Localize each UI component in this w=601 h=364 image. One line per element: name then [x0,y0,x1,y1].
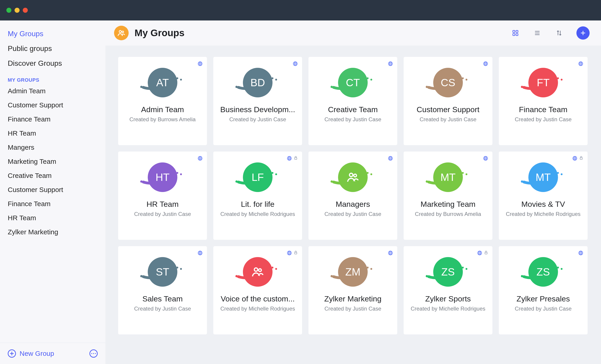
group-avatar: FT [528,68,558,97]
group-avatar: CT [338,68,368,97]
window-maximize-dot[interactable] [23,8,28,13]
group-card[interactable]: HTHR TeamCreated by Justin Case [118,151,207,240]
group-card[interactable]: CSCustomer SupportCreated by Justin Case [404,57,492,145]
avatar-initials: ST [156,266,169,278]
group-card-title: Voice of the custom... [220,294,295,303]
sidebar-group-item[interactable]: Customer Support [8,183,98,197]
svg-point-15 [180,79,182,80]
svg-point-58 [466,173,467,175]
group-avatar [243,257,272,287]
group-card-subtitle: Created by Justin Case [324,211,381,217]
sidebar-primary-nav: My GroupsPublic groupsDiscover Groups [8,26,98,71]
window-close-dot[interactable] [6,8,11,13]
window-controls [6,8,28,13]
view-grid-button[interactable] [511,29,520,38]
group-card-title: Lit. for life [241,200,274,209]
svg-rect-4 [513,34,515,36]
sidebar-group-item[interactable]: Finance Team [8,197,98,211]
group-card[interactable]: MTMovies & TVCreated by Michelle Rodrigu… [499,151,588,240]
sidebar-group-item[interactable]: Creative Team [8,168,98,183]
globe-icon [197,250,203,256]
create-group-fab[interactable] [576,26,590,39]
group-card-title: Managers [336,200,370,209]
svg-point-64 [561,173,562,175]
titlebar [0,0,601,20]
group-card[interactable]: ZSZylker SportsCreated by Michelle Rodri… [404,246,492,334]
avatar-initials: ZS [537,266,550,278]
window-minimize-dot[interactable] [15,8,20,13]
card-badges [292,61,298,66]
globe-icon [197,156,203,161]
svg-point-74 [271,267,273,268]
sidebar-nav-public[interactable]: Public groups [8,41,98,56]
svg-rect-3 [516,30,518,32]
svg-point-44 [235,180,238,183]
view-list-button[interactable] [533,29,542,38]
sidebar-group-item[interactable]: Zylker Marketing [8,225,98,239]
svg-point-80 [331,275,333,277]
svg-point-49 [331,180,333,183]
avatar-initials: BD [250,77,265,89]
sidebar-group-item[interactable]: Marketing Team [8,155,98,168]
globe-icon [388,61,393,66]
group-card[interactable]: STSales TeamCreated by Justin Case [118,246,207,334]
group-card[interactable]: ATAdmin TeamCreated by Burrows Amelia [118,57,207,145]
card-badges [578,61,583,66]
group-card[interactable]: ZMZylker MarketingCreated by Justin Case [309,246,397,334]
sidebar-nav-my[interactable]: My Groups [8,26,98,41]
avatar-initials: MT [441,171,456,183]
card-badges [287,250,298,256]
sidebar-group-item[interactable]: HR Team [8,126,98,140]
group-avatar [338,162,368,192]
group-card[interactable]: LFLit. for lifeCreated by Michelle Rodri… [213,151,302,240]
globe-icon [483,61,488,66]
sidebar-more-button[interactable] [90,349,98,358]
group-card[interactable]: ZSZylker PresalesCreated by Justin Case [499,246,588,334]
group-card[interactable]: FTFinance TeamCreated by Justin Case [499,57,588,145]
page-icon [114,26,129,40]
sidebar-group-item[interactable]: Customer Support [8,98,98,112]
svg-rect-5 [516,34,518,36]
svg-rect-2 [513,30,515,32]
group-card[interactable]: Voice of the custom...Created by Michell… [213,246,302,334]
group-avatar: AT [148,68,177,97]
sidebar-groups-nav: Admin TeamCustomer SupportFinance TeamHR… [8,84,98,239]
sidebar-group-item[interactable]: Admin Team [8,84,98,98]
group-avatar: ST [148,257,177,287]
avatar-initials: FT [537,77,550,89]
card-badges [388,250,393,256]
card-badges [287,156,298,161]
sidebar-group-item[interactable]: HR Team [8,211,98,225]
sort-button[interactable] [555,29,564,38]
svg-point-50 [367,172,369,174]
svg-point-19 [271,77,273,79]
svg-point-25 [371,79,372,80]
group-card-title: Finance Team [519,105,568,114]
svg-point-38 [140,180,142,183]
globe-icon [197,61,203,66]
group-card-subtitle: Created by Michelle Rodrigues [506,211,581,217]
group-avatar: BD [243,68,272,97]
group-card[interactable]: BDBusiness Developm...Created by Justin … [213,57,302,145]
globe-icon [388,250,393,256]
new-group-button[interactable]: New Group [8,349,54,358]
card-badges [572,156,583,161]
group-card-subtitle: Created by Burrows Amelia [130,116,196,123]
content-area: ATAdmin TeamCreated by Burrows Amelia BD… [105,46,601,364]
globe-icon [572,156,578,161]
sidebar-nav-discover[interactable]: Discover Groups [8,56,98,71]
sidebar-group-item[interactable]: Mangers [8,140,98,155]
svg-point-69 [180,268,182,270]
group-card[interactable]: MTMarketing TeamCreated by Burrows Ameli… [404,151,492,240]
group-card-title: Creative Team [328,105,378,114]
group-card-title: Marketing Team [421,200,475,209]
group-card[interactable]: CTCreative TeamCreated by Justin Case [309,57,397,145]
avatar-swoosh-icon [329,168,374,187]
avatar-initials: CT [346,77,360,89]
card-badges [578,250,583,256]
group-card[interactable]: ManagersCreated by Justin Case [309,151,397,240]
sidebar-group-item[interactable]: Finance Team [8,112,98,126]
svg-point-67 [140,275,142,277]
sort-icon [556,30,562,36]
svg-point-33 [521,86,523,88]
